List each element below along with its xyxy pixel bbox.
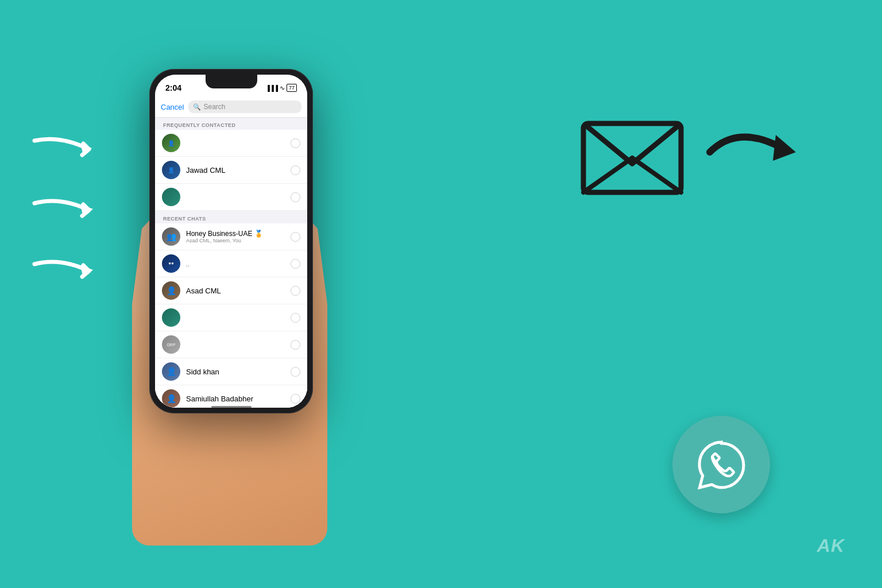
email-forward-decoration	[578, 100, 693, 200]
signal-icon: ▐▐▐	[266, 85, 278, 91]
phone-notch	[206, 75, 257, 88]
contact-radio[interactable]	[291, 367, 300, 377]
recent-chats-section: RECENT CHATS 👥 Honey Business-UAE 🏅 Asad…	[155, 211, 307, 408]
contact-radio[interactable]	[291, 138, 300, 148]
wifi-icon: ∿	[280, 84, 285, 92]
contact-radio[interactable]	[291, 394, 300, 404]
whatsapp-icon	[694, 438, 749, 492]
frequently-contacted-section: FREQUENTLY CONTACTED 👤	[155, 118, 307, 211]
whatsapp-circle	[672, 416, 770, 513]
search-bar-row: Cancel 🔍 Search	[155, 96, 307, 118]
phone-screen: 2:04 ▐▐▐ ∿ 77 Cancel 🔍 Search FREQUENTLY…	[155, 75, 307, 408]
status-icons: ▐▐▐ ∿ 77	[266, 84, 297, 92]
list-item[interactable]	[155, 304, 307, 331]
recent-chats-list: 👥 Honey Business-UAE 🏅 Asad CML, Naeem, …	[155, 223, 307, 408]
contact-name: Honey Business-UAE 🏅	[186, 230, 291, 238]
contact-radio[interactable]	[291, 165, 300, 175]
battery-icon: 77	[287, 84, 297, 92]
avatar: 👥	[162, 227, 180, 246]
contact-name: Asad CML	[186, 287, 291, 295]
list-item[interactable]: GRP	[155, 331, 307, 358]
avatar: ●●	[162, 254, 180, 273]
list-item[interactable]: 👥 Honey Business-UAE 🏅 Asad CML, Naeem, …	[155, 223, 307, 250]
contact-radio[interactable]	[291, 259, 300, 269]
cancel-button[interactable]: Cancel	[161, 103, 184, 111]
list-item[interactable]: 👤 Asad CML	[155, 277, 307, 304]
phone-frame: 2:04 ▐▐▐ ∿ 77 Cancel 🔍 Search FREQUENTLY…	[149, 69, 313, 413]
avatar	[162, 308, 180, 327]
avatar: 👤	[162, 134, 180, 152]
recent-chats-header: RECENT CHATS	[155, 211, 307, 223]
contact-info: Asad CML	[186, 287, 291, 295]
contact-info: ..	[186, 258, 291, 269]
svg-marker-3	[773, 135, 796, 161]
bg-arrow-2	[32, 192, 106, 226]
contact-radio[interactable]	[291, 313, 300, 323]
ak-watermark: AK	[817, 535, 845, 556]
list-item[interactable]: 👤	[155, 130, 307, 157]
forward-arrow-icon	[704, 118, 807, 175]
arrow-2-icon	[32, 192, 106, 223]
contact-radio[interactable]	[291, 232, 300, 242]
avatar: 👤	[162, 362, 180, 381]
search-magnifier-icon: 🔍	[193, 103, 201, 111]
bg-arrow-3	[32, 252, 106, 285]
avatar: 👤	[162, 389, 180, 408]
arrow-3-icon	[32, 252, 106, 283]
list-item[interactable]: ●● ..	[155, 250, 307, 277]
contact-info: Sidd khan	[186, 368, 291, 376]
frequently-contacted-header: FREQUENTLY CONTACTED	[155, 118, 307, 130]
svg-line-1	[583, 158, 632, 192]
contact-info: Jawad CML	[186, 166, 291, 175]
frequently-contacted-list: 👤 👤 Jawad CML	[155, 130, 307, 211]
status-time: 2:04	[165, 83, 181, 92]
contact-name: Jawad CML	[186, 166, 291, 175]
contact-name: Samiullah Badabher	[186, 394, 291, 403]
arrow-1-icon	[32, 132, 106, 164]
contact-name: Sidd khan	[186, 368, 291, 376]
left-arrows-group	[32, 132, 106, 285]
contact-info: Honey Business-UAE 🏅 Asad CML, Naeem, Yo…	[186, 230, 291, 243]
search-input-box[interactable]: 🔍 Search	[188, 100, 301, 113]
list-item[interactable]	[155, 184, 307, 211]
avatar: 👤	[162, 161, 180, 179]
contact-radio[interactable]	[291, 340, 300, 350]
phone-scene: 2:04 ▐▐▐ ∿ 77 Cancel 🔍 Search FREQUENTLY…	[115, 46, 356, 546]
list-item[interactable]: 👤 Jawad CML	[155, 157, 307, 184]
home-indicator	[211, 406, 252, 408]
avatar: 👤	[162, 281, 180, 300]
contact-radio[interactable]	[291, 192, 300, 202]
contact-dots: ..	[186, 261, 189, 268]
list-item[interactable]: 👤 Sidd khan	[155, 358, 307, 385]
svg-line-2	[632, 158, 681, 192]
avatar: GRP	[162, 335, 180, 354]
search-placeholder: Search	[203, 103, 225, 111]
envelope-icon	[578, 100, 693, 198]
avatar	[162, 188, 180, 206]
contact-radio[interactable]	[291, 286, 300, 296]
contact-info: Samiullah Badabher	[186, 394, 291, 403]
contact-subtitle: Asad CML, Naeem, You	[186, 238, 291, 243]
list-item[interactable]: 👤 Samiullah Badabher	[155, 385, 307, 408]
bg-arrow-1	[32, 132, 106, 166]
